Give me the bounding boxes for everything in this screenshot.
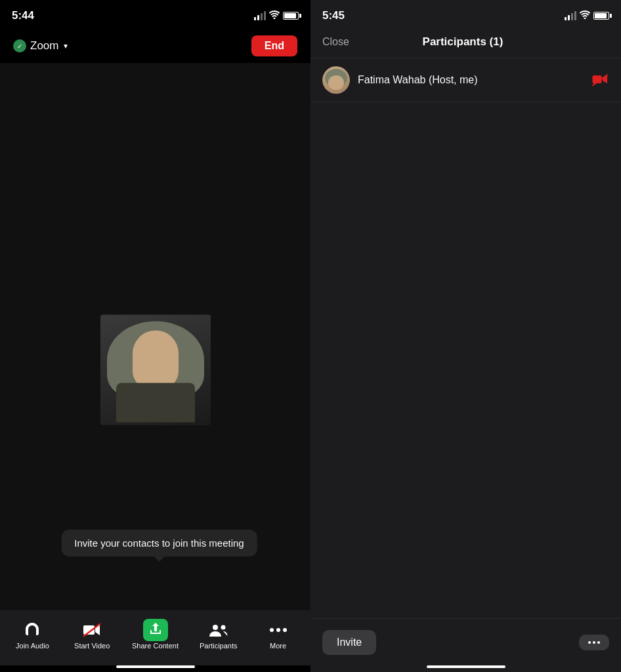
- svg-point-5: [276, 628, 280, 632]
- ellipsis-icon: [268, 621, 288, 639]
- more-button[interactable]: More: [259, 621, 298, 650]
- zoom-branding: ✓ Zoom ▾: [13, 39, 68, 52]
- start-video-label: Start Video: [74, 642, 110, 650]
- svg-point-4: [270, 628, 274, 632]
- right-home-indicator: [310, 665, 621, 672]
- left-panel: 5:44 ✓ Zoom ▾ End: [0, 0, 310, 672]
- svg-point-3: [221, 625, 225, 630]
- zoom-shield-icon: ✓: [13, 39, 26, 52]
- left-time: 5:44: [12, 9, 34, 22]
- share-icon: [146, 621, 165, 639]
- bottom-toolbar: Join Audio Start Video: [0, 610, 310, 665]
- svg-point-6: [283, 628, 287, 632]
- share-content-button[interactable]: Share Content: [132, 621, 179, 650]
- left-status-icons: [254, 10, 299, 21]
- start-video-button[interactable]: Start Video: [72, 621, 112, 650]
- right-time: 5:45: [322, 9, 345, 22]
- share-content-label: Share Content: [132, 642, 179, 650]
- close-button[interactable]: Close: [322, 36, 349, 48]
- headphone-icon: [22, 621, 42, 639]
- participant-name: Fatima Wahab (Host, me): [358, 74, 583, 86]
- participant-video-off-icon: [591, 71, 609, 89]
- left-toolbar: ✓ Zoom ▾ End: [0, 29, 310, 63]
- self-video: [100, 314, 211, 425]
- left-status-bar: 5:44: [0, 0, 310, 29]
- participant-avatar: [322, 66, 350, 94]
- right-status-bar: 5:45: [310, 0, 621, 29]
- people-icon: [209, 621, 228, 639]
- participants-button[interactable]: Participants: [199, 621, 238, 650]
- video-slash-icon: [82, 621, 102, 639]
- participants-more-button[interactable]: [579, 635, 609, 650]
- right-battery-icon: [593, 12, 609, 20]
- right-signal-icon: [565, 11, 576, 20]
- person-avatar: [100, 314, 211, 425]
- wifi-icon: [269, 10, 280, 21]
- battery-icon: [283, 12, 299, 20]
- zoom-label: Zoom: [30, 39, 58, 52]
- end-button[interactable]: End: [251, 35, 297, 56]
- right-status-icons: [565, 10, 609, 21]
- participants-title: Participants (1): [423, 35, 503, 49]
- svg-point-2: [213, 625, 218, 630]
- chevron-down-icon: ▾: [64, 41, 68, 51]
- more-label: More: [270, 642, 286, 650]
- invite-button[interactable]: Invite: [322, 630, 376, 655]
- join-audio-label: Join Audio: [16, 642, 49, 650]
- participants-toolbar: Close Participants (1): [310, 29, 621, 58]
- home-indicator: [0, 665, 310, 672]
- participants-bottom-bar: Invite: [310, 618, 621, 665]
- participants-list: Fatima Wahab (Host, me): [310, 58, 621, 339]
- participants-spacer: [310, 339, 621, 619]
- participant-row: Fatima Wahab (Host, me): [310, 58, 621, 102]
- participants-label: Participants: [200, 642, 237, 650]
- invite-tooltip: Invite your contacts to join this meetin…: [61, 530, 257, 556]
- right-panel: 5:45 Close Participants (1): [310, 0, 621, 672]
- join-audio-button[interactable]: Join Audio: [12, 621, 52, 650]
- right-wifi-icon: [580, 10, 590, 21]
- signal-icon: [254, 11, 266, 20]
- video-area: Invite your contacts to join this meetin…: [0, 63, 310, 610]
